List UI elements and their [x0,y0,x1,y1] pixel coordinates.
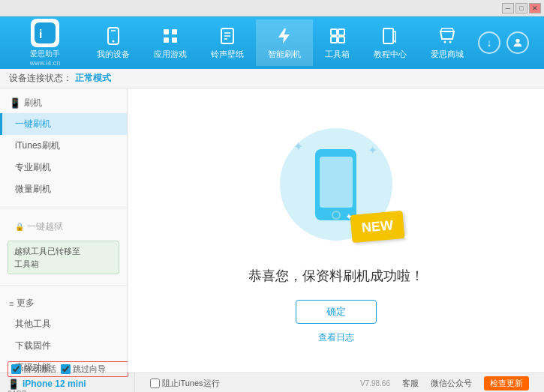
jailbreak-note: 越狱工具已转移至工具箱 [8,241,119,274]
svg-rect-8 [172,37,177,43]
auto-connect-label[interactable]: 自动激活 [11,364,56,375]
sidebar-item-micro-flash[interactable]: 微量刷机 [0,178,127,200]
sidebar-item-other-tools[interactable]: 其他工具 [0,313,127,335]
stars2-decoration: ✦ [402,232,409,241]
nav-my-device[interactable]: 我的设备 [85,19,142,66]
nav-apps-games[interactable]: 应用游戏 [142,19,199,66]
status-value: 正常模式 [75,72,111,85]
svg-rect-17 [383,28,393,43]
lock-icon: 🔒 [15,223,24,231]
svg-point-19 [449,41,452,43]
nav-ringtones[interactable]: 铃声壁纸 [199,19,256,66]
svg-rect-6 [172,29,177,34]
logo-icon: i [31,19,59,47]
confirm-button[interactable]: 确定 [296,300,377,324]
sidebar-more-title: ≡ 更多 [0,293,127,313]
divider-2 [0,285,127,286]
apps-icon [160,25,181,46]
check-update-button[interactable]: 检查更新 [484,376,529,391]
main-area: 📱 刷机 一键刷机 iTunes刷机 专业刷机 微量刷机 🔒 一键越狱 [0,88,544,373]
book-icon [380,25,401,46]
svg-rect-7 [164,37,169,43]
device-info: 📱 iPhone 12 mini 64GB Down-12mini-13,1 [8,379,128,393]
divider-1 [0,208,127,208]
flash-icon [274,25,295,46]
skip-wizard-label[interactable]: 跳过向导 [61,364,106,375]
user-button[interactable] [506,31,529,54]
sidebar-item-itunes-flash[interactable]: iTunes刷机 [0,135,127,157]
sidebar-section-jailbreak: 🔒 一键越狱 越狱工具已转移至工具箱 [0,211,127,282]
bottom-center: 阻止iTunes运行 [135,378,360,389]
content-area: ✦ ✦ ✦ NEW ✦ 恭喜您，保资料刷机成功啦！ 确定 查看日志 [128,88,544,373]
sidebar-section-more: ≡ 更多 其他工具 下载固件 高级功能 [0,289,127,373]
nav-store-label: 爱思商城 [431,49,464,60]
sparkle-tl: ✦ [293,139,303,154]
stars-decoration: ✦ [345,212,352,221]
phone-body [315,149,356,220]
svg-rect-14 [338,29,344,35]
nav-apps-label: 应用游戏 [154,49,187,60]
sidebar-section-flash: 📱 刷机 一键刷机 iTunes刷机 专业刷机 微量刷机 [0,88,127,205]
nav-toolbox-label: 工具箱 [325,49,350,60]
svg-rect-0 [35,22,56,43]
svg-point-20 [515,39,519,43]
music-icon [217,25,238,46]
download-button[interactable]: ↓ [478,31,500,54]
maximize-button[interactable]: □ [515,3,527,13]
stop-itunes-checkbox[interactable] [150,379,160,388]
nav-store[interactable]: 爱思商城 [419,19,476,66]
wechat-link[interactable]: 微信公众号 [431,378,472,389]
phone-icon [103,25,124,46]
menu-icon: ≡ [9,299,14,308]
sidebar-item-pro-flash[interactable]: 专业刷机 [0,157,127,178]
customer-service-link[interactable]: 客服 [402,378,419,389]
device-name: iPhone 12 mini [23,379,86,389]
phone-small-icon: 📱 [9,97,21,109]
bottom-bar: 自动激活 跳过向导 📱 iPhone 12 mini 64GB Down-12m… [0,373,544,392]
sidebar-item-one-key-flash[interactable]: 一键刷机 [0,113,127,135]
skip-wizard-checkbox[interactable] [61,364,71,374]
tool-icon [327,25,348,46]
status-bar: 设备连接状态： 正常模式 [0,69,544,88]
svg-rect-15 [331,37,337,43]
new-badge: ✦ NEW ✦ [350,211,404,243]
title-bar: ─ □ ✕ [0,0,544,16]
svg-rect-13 [331,29,337,35]
device-storage: 64GB [8,390,128,393]
store-icon [437,25,458,46]
svg-rect-16 [338,37,344,43]
sidebar-flash-title: 📱 刷机 [0,93,127,113]
nav-smart-flash-label: 智能刷机 [268,49,301,60]
sidebar-item-download-fw[interactable]: 下载固件 [0,335,127,357]
bottom-left-section: 自动激活 跳过向导 📱 iPhone 12 mini 64GB Down-12m… [8,361,135,393]
bottom-right: V7.98.66 客服 微信公众号 检查更新 [360,376,536,391]
version-text: V7.98.66 [360,379,390,388]
header: i 爱思助手 www.i4.cn 我的设备 应用游戏 铃声壁纸 [0,16,544,69]
nav-bar: 我的设备 应用游戏 铃声壁纸 智能刷机 工具箱 [83,19,478,66]
svg-point-18 [444,41,446,43]
auto-connect-checkbox[interactable] [11,364,21,374]
phone-illustration: ✦ ✦ ✦ NEW ✦ [261,117,411,252]
nav-tutorials[interactable]: 教程中心 [362,19,419,66]
device-icon: 📱 [8,379,20,390]
nav-tutorials-label: 教程中心 [374,49,407,60]
stop-itunes-label[interactable]: 阻止iTunes运行 [150,378,220,389]
nav-right-buttons: ↓ [478,31,536,54]
status-label: 设备连接状态： [9,72,72,85]
diary-link[interactable]: 查看日志 [318,331,354,344]
logo-name: 爱思助手 www.i4.cn [30,49,61,67]
sidebar-jailbreak-title: 🔒 一键越狱 [0,216,127,238]
phone-screen [320,157,353,208]
svg-point-4 [113,40,115,43]
nav-toolbox[interactable]: 工具箱 [313,19,362,66]
logo-area: i 爱思助手 www.i4.cn [8,19,83,67]
sparkle-tr: ✦ [368,143,377,157]
phone-home-button [332,211,341,220]
sidebar: 📱 刷机 一键刷机 iTunes刷机 专业刷机 微量刷机 🔒 一键越狱 [0,88,128,373]
minimize-button[interactable]: ─ [502,3,514,13]
checkbox-group: 自动激活 跳过向导 [8,361,128,377]
nav-my-device-label: 我的设备 [97,49,130,60]
nav-smart-flash[interactable]: 智能刷机 [256,19,313,66]
close-button[interactable]: ✕ [529,3,541,13]
svg-text:i: i [39,28,42,40]
